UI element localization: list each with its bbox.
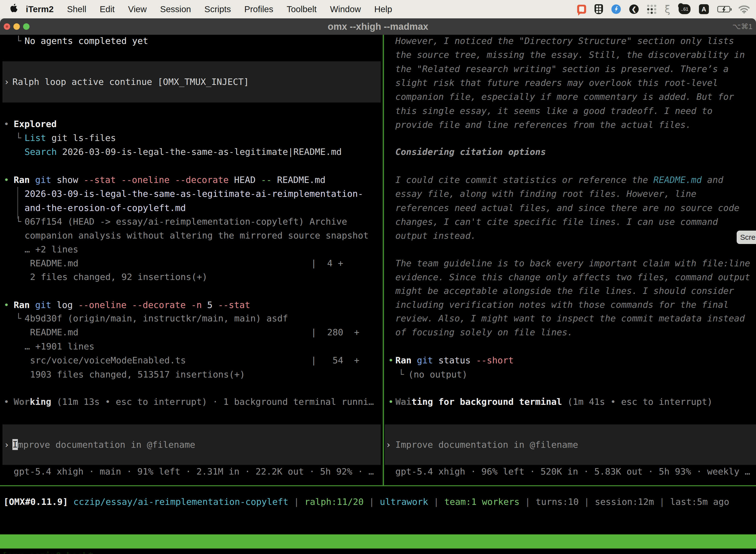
- omx-status-line: [OMX#0.11.9] cczip/essay/ai-reimplementa…: [3, 495, 729, 509]
- menu-item-toolbelt[interactable]: Toolbelt: [280, 4, 323, 14]
- git-show-arg-wrap1: 2026-03-09-is-legal-the-same-as-legitima…: [0, 187, 32, 201]
- readme-link: README.md: [653, 175, 702, 185]
- tmux-session-name[interactable]: [omx-cczip0:bash*: [2, 549, 93, 554]
- bullet-icon: •: [388, 353, 394, 367]
- explored-list-line: └ List git ls-files: [0, 131, 32, 145]
- menu-status-icons: ❮ ξ ..61 A: [577, 3, 750, 15]
- window-shortcut-hint: ⌥⌘1: [733, 18, 753, 35]
- prompt-arrow-icon: ›: [386, 438, 391, 452]
- bullet-icon: •: [4, 117, 9, 131]
- menu-item-iterm2[interactable]: iTerm2: [18, 4, 60, 14]
- squiggle-icon[interactable]: ξ: [665, 3, 670, 15]
- omx-ultrawork: ultrawork: [380, 497, 428, 507]
- left-prompt-input[interactable]: Improve documentation in @filename: [12, 438, 195, 452]
- tmux-status-bar: [omx-cczip0:bash* "MacBook-Pro-44.local"…: [0, 535, 756, 549]
- window-title: omx --xhigh --madmax: [0, 18, 756, 35]
- a-app-icon[interactable]: A: [699, 3, 709, 15]
- dots-grid-icon[interactable]: [647, 3, 656, 15]
- explored-header: • Explored: [0, 117, 32, 131]
- menu-item-session[interactable]: Session: [153, 4, 198, 14]
- menu-item-window[interactable]: Window: [323, 4, 367, 14]
- reasoning-para2-line4: changes, I can't cite specific file line…: [395, 215, 718, 229]
- reasoning-para3-line1: The team guideline is to back every impo…: [395, 257, 750, 270]
- bullet-icon: •: [4, 173, 9, 187]
- circle-chevron-icon[interactable]: ❮: [629, 4, 639, 14]
- git-log-command-line: • Ran git log --oneline --decorate -n 5 …: [0, 298, 32, 312]
- reasoning-para2-line3: references need actual files, and since …: [395, 201, 739, 215]
- inject-banner: › Ralph loop active continue [OMX_TMUX_I…: [2, 61, 381, 103]
- tree-branch-icon: └: [16, 215, 21, 229]
- reasoning-para1-line6: this single essay, it seems like a good …: [395, 104, 712, 118]
- git-show-arg-wrap2: and-the-erosion-of-copyleft.md: [0, 201, 32, 215]
- menu-item-view[interactable]: View: [121, 4, 153, 14]
- no-agents-line: └ No agents completed yet: [0, 34, 32, 48]
- omx-branch-path: cczip/essay/ai-reimplementation-copyleft: [73, 497, 289, 507]
- git-show-output-2: companion analysis without altering the …: [0, 229, 32, 242]
- right-prompt-box[interactable]: › Improve documentation in @filename: [385, 425, 756, 465]
- wifi-icon[interactable]: [739, 3, 750, 15]
- menu-item-scripts[interactable]: Scripts: [198, 4, 238, 14]
- git-log-more-lines: … +1901 lines: [0, 340, 32, 353]
- tree-branch-icon: └: [398, 368, 404, 382]
- reasoning-para2-line2: essay file, along with finding root file…: [395, 187, 696, 201]
- screen-overlay-button[interactable]: Scre: [737, 231, 756, 244]
- omx-turns: turns:10: [536, 497, 579, 507]
- reasoning-para3-line3: might be acceptable alongside the file l…: [395, 284, 734, 298]
- pane-divider-horizontal: [0, 485, 756, 486]
- git-log-output-1: └ 4b9d30f (origin/main, instructkr/main,…: [0, 312, 32, 325]
- git-show-stat-row: README.md | 4 +: [0, 257, 32, 270]
- menu-item-profiles[interactable]: Profiles: [238, 4, 280, 14]
- inject-text: Ralph loop active continue [OMX_TMUX_INJ…: [12, 75, 249, 89]
- reasoning-para1-line3: the "Related research writing" section i…: [395, 62, 729, 76]
- right-prompt-input[interactable]: Improve documentation in @filename: [395, 438, 578, 452]
- battery-icon[interactable]: [717, 3, 730, 15]
- git-status-command-line: • Ran git status --short: [0, 353, 32, 367]
- apple-menu[interactable]: [10, 3, 18, 15]
- reasoning-para2-line1: I could cite commit statistics or refere…: [395, 173, 723, 187]
- bullet-icon: •: [4, 298, 9, 312]
- apple-logo-icon: [10, 3, 18, 15]
- reasoning-para1-line2: the source tree, missing the essay. Stil…: [395, 48, 745, 62]
- git-status-output: └ (no output): [0, 368, 32, 382]
- omx-ralph-counter: ralph:11/20: [305, 497, 364, 507]
- blue-badge-icon[interactable]: [611, 3, 621, 15]
- explored-search-line: Search 2026-03-09-is-legal-the-same-as-l…: [0, 145, 32, 159]
- reasoning-heading: Considering citation options: [395, 145, 546, 159]
- git-show-summary: 2 files changed, 92 insertions(+): [0, 270, 32, 284]
- reasoning-para2-line5: output instead.: [395, 229, 476, 243]
- reasoning-para3-line2: evidence. Since this change only affects…: [395, 270, 750, 284]
- omx-last: last:5m ago: [670, 497, 729, 507]
- left-prompt-box[interactable]: › Improve documentation in @filename: [2, 425, 381, 465]
- tree-branch-icon: └: [16, 131, 21, 145]
- spinner-bullet-icon: •: [388, 395, 394, 409]
- omx-session: session:12m: [595, 497, 654, 507]
- reasoning-para1-line1: However, I noticed the "Directory Struct…: [395, 34, 734, 48]
- omx-team: team:1 workers: [444, 497, 519, 507]
- tree-branch-icon: └: [16, 34, 21, 48]
- shield-grid-icon[interactable]: [594, 3, 603, 15]
- reasoning-para1-line4: slight risk that future readers may over…: [395, 76, 718, 90]
- menu-item-edit[interactable]: Edit: [93, 4, 121, 14]
- screen-recording-icon[interactable]: [577, 3, 586, 15]
- battery-badge-61-icon[interactable]: ..61: [679, 3, 691, 15]
- git-log-stat-row-1: README.md | 280 +: [0, 325, 32, 339]
- menu-item-shell[interactable]: Shell: [60, 4, 93, 14]
- waiting-status-line: • Waiting for background terminal (1m 41…: [0, 395, 32, 409]
- right-model-status-line: gpt-5.4 xhigh · 96% left · 520K in · 5.8…: [0, 465, 32, 479]
- reasoning-para1-line5: companion file, especially if more comme…: [395, 90, 734, 104]
- menu-item-help[interactable]: Help: [368, 4, 399, 14]
- reasoning-para3-line5: review. Also, I might want to inspect th…: [395, 312, 745, 325]
- menu-bar: iTerm2 Shell Edit View Session Scripts P…: [0, 0, 756, 18]
- omx-version: [OMX#0.11.9]: [3, 497, 68, 507]
- git-show-more-lines: … +2 lines: [0, 242, 32, 257]
- git-show-output-1: └ 067f154 (HEAD -> essay/ai-reimplementa…: [0, 215, 32, 229]
- pane-divider-vertical[interactable]: [383, 35, 384, 486]
- reasoning-para3-line4: including verification notes with those …: [395, 298, 729, 312]
- reasoning-para1-line7: provide file and line references from th…: [395, 118, 691, 132]
- prompt-arrow-icon: ›: [4, 75, 9, 89]
- screenshot-root: iTerm2 Shell Edit View Session Scripts P…: [0, 0, 756, 554]
- reasoning-para3-line6: of focusing solely on file lines.: [395, 325, 573, 339]
- git-show-command-line: • Ran git show --stat --oneline --decora…: [0, 173, 32, 187]
- tree-branch-icon: └: [16, 312, 21, 325]
